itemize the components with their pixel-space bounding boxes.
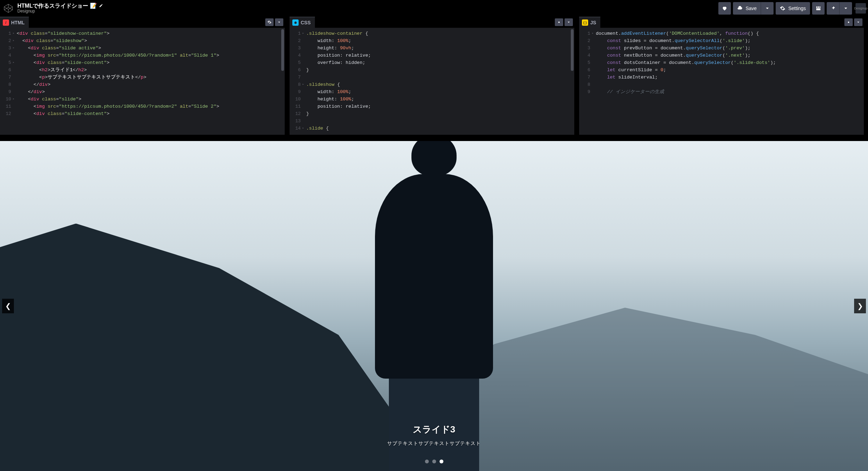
editor-js-chevron-button[interactable] bbox=[854, 18, 862, 26]
save-button-group: Save bbox=[733, 2, 774, 15]
editor-css-settings-button[interactable] bbox=[555, 18, 563, 26]
pin-dropdown-button[interactable] bbox=[839, 2, 852, 15]
save-button[interactable]: Save bbox=[733, 2, 761, 15]
user-avatar[interactable]: Designup bbox=[856, 3, 866, 14]
pen-author[interactable]: Designup bbox=[17, 9, 103, 14]
slide-next-button[interactable]: ❯ bbox=[854, 299, 866, 313]
svg-rect-3 bbox=[816, 7, 817, 8]
editor-js-label: JS bbox=[590, 20, 596, 25]
editor-css-code[interactable]: 1234567891011121314 .slideshow-container… bbox=[290, 28, 574, 135]
heart-button[interactable] bbox=[718, 2, 731, 15]
js-badge-icon: ( ) bbox=[582, 19, 588, 26]
editor-html-tab[interactable]: / HTML bbox=[0, 17, 29, 28]
editor-js-gutter: 123456789 bbox=[579, 28, 592, 135]
codepen-logo[interactable] bbox=[2, 2, 15, 15]
top-bar: HTMLで作るスライドショー 📝 Designup Save Settings bbox=[0, 0, 868, 17]
settings-button[interactable]: Settings bbox=[776, 2, 810, 15]
editor-css-scrollbar[interactable] bbox=[571, 29, 574, 71]
preview-slideshow: ❮ ❯ スライド3 サブテキストサブテキストサブテキスト bbox=[0, 141, 868, 471]
pen-title-block: HTMLで作るスライドショー 📝 Designup bbox=[17, 3, 103, 14]
editor-js: ( ) JS 123456789 document.addEventListen… bbox=[579, 17, 864, 135]
editor-js-header: ( ) JS bbox=[579, 17, 864, 28]
editor-html-scrollbar[interactable] bbox=[281, 29, 284, 71]
editors-row: / HTML 123456789101112 <div class="slide… bbox=[0, 17, 868, 135]
bg-figure bbox=[368, 141, 500, 471]
slide-dots bbox=[0, 460, 868, 463]
slide-dot[interactable] bbox=[440, 460, 443, 463]
editor-css-gutter: 1234567891011121314 bbox=[290, 28, 303, 135]
save-label: Save bbox=[745, 6, 757, 11]
layout-button[interactable] bbox=[812, 2, 825, 15]
save-dropdown-button[interactable] bbox=[761, 2, 774, 15]
slide-caption: スライド3 サブテキストサブテキストサブテキスト bbox=[0, 423, 868, 447]
editor-css-chevron-button[interactable] bbox=[565, 18, 573, 26]
editor-html-settings-button[interactable] bbox=[265, 18, 274, 26]
pin-button[interactable] bbox=[827, 2, 839, 15]
preview-top-strip bbox=[0, 135, 868, 141]
slide-subtitle: サブテキストサブテキストサブテキスト bbox=[0, 440, 868, 447]
slide-dot[interactable] bbox=[432, 460, 436, 463]
slide-dot[interactable] bbox=[425, 460, 429, 463]
editor-js-code[interactable]: 123456789 document.addEventListener('DOM… bbox=[579, 28, 864, 135]
editor-html: / HTML 123456789101112 <div class="slide… bbox=[0, 17, 285, 135]
svg-rect-4 bbox=[818, 7, 819, 8]
editor-html-chevron-button[interactable] bbox=[275, 18, 283, 26]
preview-pane: ❮ ❯ スライド3 サブテキストサブテキストサブテキスト bbox=[0, 135, 868, 471]
pin-button-group bbox=[827, 2, 852, 15]
editor-css-tab[interactable]: ✱ CSS bbox=[290, 17, 315, 28]
editor-html-header: / HTML bbox=[0, 17, 285, 28]
pen-title[interactable]: HTMLで作るスライドショー 📝 bbox=[17, 3, 97, 9]
html-badge-icon: / bbox=[3, 19, 9, 26]
editor-css-header: ✱ CSS bbox=[290, 17, 574, 28]
svg-rect-5 bbox=[819, 7, 820, 8]
editor-html-label: HTML bbox=[11, 20, 25, 25]
settings-label: Settings bbox=[788, 6, 806, 11]
css-badge-icon: ✱ bbox=[292, 19, 299, 26]
editor-css-label: CSS bbox=[301, 20, 311, 25]
editor-js-settings-button[interactable] bbox=[844, 18, 853, 26]
editor-html-code[interactable]: 123456789101112 <div class="slideshow-co… bbox=[0, 28, 285, 135]
slide-prev-button[interactable]: ❮ bbox=[2, 299, 14, 313]
edit-title-icon[interactable] bbox=[99, 3, 103, 9]
editor-css: ✱ CSS 1234567891011121314 .slideshow-con… bbox=[290, 17, 574, 135]
editor-html-gutter: 123456789101112 bbox=[0, 28, 13, 135]
svg-rect-6 bbox=[816, 8, 820, 10]
editor-js-tab[interactable]: ( ) JS bbox=[579, 17, 600, 28]
slide-title: スライド3 bbox=[0, 423, 868, 436]
